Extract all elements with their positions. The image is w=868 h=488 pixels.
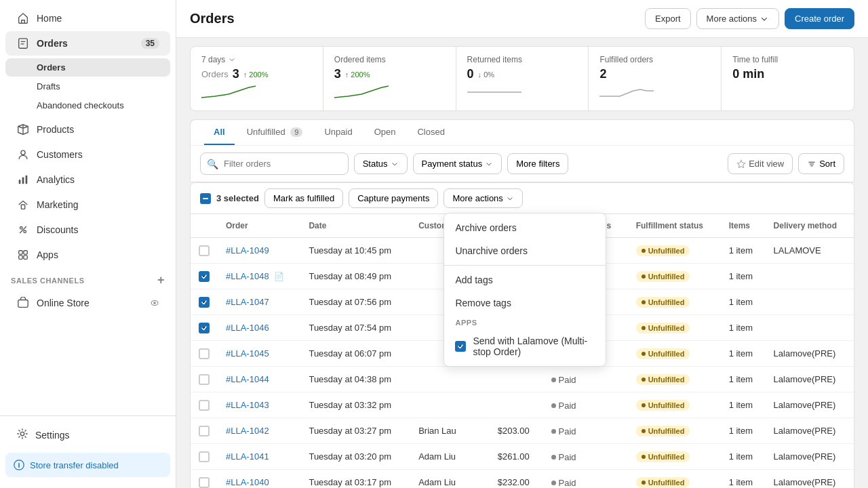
online-store-icon xyxy=(16,296,30,310)
row-checkbox[interactable] xyxy=(199,451,210,462)
order-link[interactable]: #LLA-1048 xyxy=(226,271,269,281)
order-id-cell: #LLA-1049 xyxy=(218,238,300,264)
stat-7days[interactable]: 7 days Orders 3 ↑ 200% xyxy=(191,47,323,110)
archive-orders-item[interactable]: Archive orders xyxy=(444,216,606,239)
create-order-button[interactable]: Create order xyxy=(785,8,854,29)
fulfillment-badge: Unfulfilled xyxy=(636,426,690,436)
order-customer-cell: Brian Lau xyxy=(410,418,490,444)
row-checkbox[interactable] xyxy=(199,477,210,488)
order-id-cell: #LLA-1041 xyxy=(218,444,300,470)
stat-fulfilled-orders[interactable]: Fulfilled orders 2 xyxy=(589,47,722,110)
tab-unpaid[interactable]: Unpaid xyxy=(315,120,361,145)
order-link[interactable]: #LLA-1042 xyxy=(226,426,269,436)
add-sales-channel-icon[interactable]: + xyxy=(157,273,165,287)
row-checkbox[interactable] xyxy=(199,400,210,411)
status-chevron-icon xyxy=(391,160,399,168)
th-order: Order xyxy=(218,214,300,238)
page-title: Orders xyxy=(190,11,235,26)
add-tags-item[interactable]: Add tags xyxy=(444,268,606,291)
sidebar-subitem-abandoned[interactable]: Abandoned checkouts xyxy=(5,96,170,115)
order-items-cell: 1 item xyxy=(721,341,766,367)
sidebar-subitem-drafts[interactable]: Drafts xyxy=(5,77,170,96)
order-id-cell: #LLA-1040 xyxy=(218,470,300,489)
send-lalamove-item[interactable]: Send with Lalamove (Multi-stop Order) xyxy=(444,329,606,363)
tab-unfulfilled[interactable]: Unfulfilled 9 xyxy=(237,120,313,145)
sidebar-item-marketing[interactable]: Marketing xyxy=(5,192,170,217)
sidebar-item-apps[interactable]: Apps xyxy=(5,243,170,267)
discounts-icon xyxy=(16,223,30,237)
row-checkbox[interactable] xyxy=(199,374,210,385)
row-checkbox[interactable] xyxy=(199,297,210,308)
sidebar-item-discounts-label: Discounts xyxy=(37,224,78,235)
order-link[interactable]: #LLA-1047 xyxy=(226,297,269,307)
row-checkbox[interactable] xyxy=(199,426,210,436)
row-checkbox[interactable] xyxy=(199,348,210,359)
order-link[interactable]: #LLA-1041 xyxy=(226,451,269,462)
payment-badge: Paid xyxy=(551,426,576,436)
stat-ordered-items[interactable]: Ordered items 3 ↑ 200% xyxy=(323,47,456,110)
order-link[interactable]: #LLA-1045 xyxy=(226,348,269,359)
stats-bar: 7 days Orders 3 ↑ 200% Ordered items 3 ↑… xyxy=(190,46,854,111)
order-fulfillment-cell: Unfulfilled xyxy=(628,392,721,418)
select-all-checkbox[interactable] xyxy=(200,193,211,204)
unarchive-orders-item[interactable]: Unarchive orders xyxy=(444,239,606,262)
order-link[interactable]: #LLA-1046 xyxy=(226,323,269,333)
svg-rect-3 xyxy=(22,177,24,184)
tab-open[interactable]: Open xyxy=(365,120,406,145)
table-row: #LLA-1044Tuesday at 04:38 pmPaidUnfulfil… xyxy=(191,367,854,392)
sidebar-item-discounts[interactable]: Discounts xyxy=(5,218,170,242)
row-checkbox[interactable] xyxy=(199,245,210,256)
th-fulfillment: Fulfillment status xyxy=(628,214,721,238)
fulfillment-badge: Unfulfilled xyxy=(636,297,690,308)
order-payment-cell: Paid xyxy=(543,470,628,489)
order-link[interactable]: #LLA-1043 xyxy=(226,400,269,410)
row-checkbox[interactable] xyxy=(199,323,210,333)
more-filters-button[interactable]: More filters xyxy=(507,153,568,174)
fulfillment-badge: Unfulfilled xyxy=(636,271,690,282)
stat-time-to-fulfill[interactable]: Time to fulfill 0 min xyxy=(722,47,854,110)
selection-more-actions-button[interactable]: More actions xyxy=(443,188,522,208)
sidebar-item-products[interactable]: Products xyxy=(5,117,170,142)
order-link[interactable]: #LLA-1044 xyxy=(226,374,269,384)
order-link[interactable]: #LLA-1049 xyxy=(226,245,269,256)
edit-view-button[interactable]: Edit view xyxy=(728,153,793,174)
payment-status-filter-button[interactable]: Payment status xyxy=(413,153,502,174)
mark-fulfilled-button[interactable]: Mark as fulfilled xyxy=(264,188,343,208)
sidebar-item-orders[interactable]: Orders 35 xyxy=(5,31,170,56)
order-shipping-cell: Lalamove(PRE) xyxy=(766,341,854,367)
order-shipping-cell: Lalamove(PRE) xyxy=(766,392,854,418)
search-input[interactable] xyxy=(200,152,349,175)
order-fulfillment-cell: Unfulfilled xyxy=(628,315,721,341)
sort-button[interactable]: Sort xyxy=(798,153,844,174)
marketing-icon xyxy=(16,198,30,211)
sidebar-subitem-orders[interactable]: Orders xyxy=(5,58,170,77)
order-link[interactable]: #LLA-1040 xyxy=(226,477,269,487)
order-date-cell: Tuesday at 03:20 pm xyxy=(300,444,410,470)
status-filter-button[interactable]: Status xyxy=(354,153,408,174)
selection-bar: 3 selected Mark as fulfilled Capture pay… xyxy=(191,183,854,214)
stat-returned-items[interactable]: Returned items 0 ↓ 0% xyxy=(456,47,589,110)
sidebar-item-home[interactable]: Home xyxy=(5,6,170,30)
svg-rect-8 xyxy=(19,251,22,254)
order-amount-cell: $261.00 xyxy=(490,444,543,470)
svg-rect-5 xyxy=(21,205,24,209)
row-checkbox[interactable] xyxy=(199,271,210,282)
fulfillment-badge: Unfulfilled xyxy=(636,348,690,359)
more-actions-button[interactable]: More actions xyxy=(696,8,779,29)
order-id-cell: #LLA-1043 xyxy=(218,392,300,418)
tab-all[interactable]: All xyxy=(204,120,235,145)
sort-icon xyxy=(807,159,816,169)
sidebar-item-settings[interactable]: Settings xyxy=(5,422,170,447)
table-row: #LLA-1040Tuesday at 03:17 pmAdam Liu$232… xyxy=(191,470,854,489)
order-amount-cell xyxy=(490,392,543,418)
sparkline-orders xyxy=(201,84,256,100)
sidebar-item-customers[interactable]: Customers xyxy=(5,142,170,167)
export-button[interactable]: Export xyxy=(645,8,691,29)
capture-payments-button[interactable]: Capture payments xyxy=(349,188,438,208)
fulfillment-badge: Unfulfilled xyxy=(636,400,690,411)
sidebar-item-analytics[interactable]: Analytics xyxy=(5,167,170,192)
tab-closed[interactable]: Closed xyxy=(408,120,454,145)
remove-tags-item[interactable]: Remove tags xyxy=(444,291,606,314)
sidebar-item-online-store[interactable]: Online Store xyxy=(5,291,170,315)
svg-rect-9 xyxy=(24,251,27,254)
